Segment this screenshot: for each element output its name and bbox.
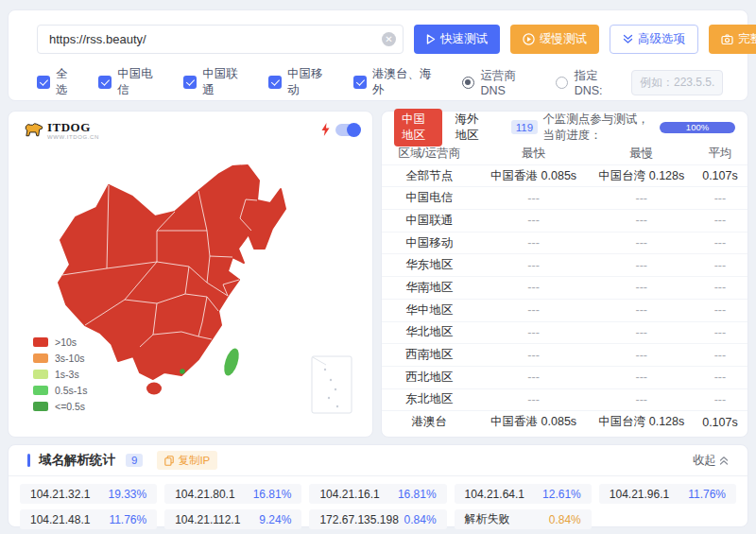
cell-fastest: --- — [477, 326, 591, 339]
ip-percent: 16.81% — [398, 488, 437, 501]
hainan-shape[interactable] — [146, 383, 162, 395]
isp-checkbox[interactable]: 中国电信 — [98, 66, 163, 98]
advanced-options-button[interactable]: 高级选项 — [610, 25, 698, 54]
ip-item[interactable]: 104.21.16.1 16.81% — [309, 484, 446, 504]
table-header-row: 区域/运营商 最快 最慢 平均 — [382, 143, 747, 164]
collapse-button[interactable]: 收起 — [693, 453, 729, 469]
cell-slowest: --- — [591, 259, 693, 272]
ip-item[interactable]: 104.21.112.1 9.24% — [164, 509, 301, 529]
legend-item: <=0.5s — [33, 401, 87, 412]
legend-swatch — [33, 353, 48, 363]
ip-percent: 0.84% — [549, 513, 581, 526]
table-row[interactable]: 华南地区 --- --- --- — [382, 276, 747, 299]
legend-item: 0.5s-1s — [33, 385, 87, 396]
hongkong-dot[interactable] — [180, 369, 185, 374]
dog-icon — [24, 122, 43, 139]
ip-percent: 9.24% — [259, 513, 291, 526]
isp-checkbox[interactable]: 全选 — [37, 66, 78, 98]
tab-china-region[interactable]: 中国地区 — [394, 109, 442, 146]
isp-checkbox[interactable]: 中国联通 — [183, 66, 249, 98]
ip-address: 104.21.112.1 — [175, 513, 240, 526]
cell-slowest: 中国台湾 0.128s — [591, 414, 693, 430]
table-row[interactable]: 中国联通 --- --- --- — [382, 209, 747, 232]
cell-average: --- — [693, 192, 747, 205]
map-toggle-switch[interactable] — [335, 124, 360, 136]
results-header: 中国地区 海外地区 119 个监测点参与测试，当前进度： 100% — [382, 112, 747, 143]
checkbox-label: 中国联通 — [202, 66, 249, 98]
cell-fastest: --- — [477, 214, 591, 227]
fast-test-button[interactable]: 快速测试 — [414, 25, 500, 54]
ip-item[interactable]: 104.21.80.1 16.81% — [164, 484, 301, 504]
legend-label: <=0.5s — [55, 401, 85, 412]
cell-average: --- — [693, 281, 747, 294]
cell-region: 西北地区 — [382, 370, 477, 386]
dns-stats-header: 域名解析统计 9 复制IP 收起 — [9, 445, 747, 476]
operator-dns-radio[interactable] — [462, 77, 474, 89]
cell-region: 西南地区 — [382, 347, 477, 363]
url-input[interactable] — [37, 25, 404, 54]
url-row: ✕ 快速测试 缓慢测试 高级选项 完整截图 — [9, 10, 747, 54]
full-screenshot-button[interactable]: 完整截图 — [709, 25, 756, 54]
cell-slowest: 中国台湾 0.128s — [591, 168, 693, 184]
legend-label: 0.5s-1s — [55, 385, 87, 396]
cell-slowest: --- — [591, 303, 693, 317]
cell-slowest: --- — [591, 192, 693, 205]
table-row[interactable]: 华北地区 --- --- --- — [382, 321, 747, 344]
clear-url-icon[interactable]: ✕ — [382, 32, 396, 46]
tab-overseas-region[interactable]: 海外地区 — [455, 112, 488, 144]
legend-label: 3s-10s — [55, 353, 85, 364]
ip-percent: 11.76% — [109, 513, 146, 526]
checkbox-checked-icon — [353, 76, 367, 89]
cell-fastest: 中国香港 0.085s — [477, 414, 591, 430]
checkbox-checked-icon — [183, 76, 197, 89]
ip-item[interactable]: 104.21.32.1 19.33% — [20, 484, 157, 504]
play-circle-icon — [523, 33, 535, 45]
table-row[interactable]: 中国移动 --- --- --- — [382, 232, 747, 254]
cell-region: 华中地区 — [382, 302, 477, 319]
taiwan-shape[interactable] — [221, 347, 242, 378]
dns-stats-card: 域名解析统计 9 复制IP 收起 104.21.32.1 19.33% 104.… — [8, 444, 748, 527]
cell-fastest: --- — [477, 281, 591, 294]
cell-fastest: --- — [477, 349, 591, 362]
table-row[interactable]: 东北地区 --- --- --- — [382, 388, 747, 411]
slow-test-button[interactable]: 缓慢测试 — [510, 25, 599, 54]
table-row[interactable]: 全部节点 中国香港 0.085s 中国台湾 0.128s 0.107s — [382, 164, 747, 187]
table-row[interactable]: 港澳台 中国香港 0.085s 中国台湾 0.128s 0.107s — [382, 410, 747, 433]
cell-slowest: --- — [591, 236, 693, 250]
ip-item[interactable]: 104.21.64.1 12.61% — [455, 484, 592, 504]
isp-checkbox[interactable]: 港澳台、海外 — [353, 66, 442, 98]
table-row[interactable]: 西北地区 --- --- --- — [382, 366, 747, 388]
cell-region: 华南地区 — [382, 280, 477, 296]
table-row[interactable]: 中国电信 --- --- --- — [382, 186, 747, 209]
checkbox-label: 中国电信 — [117, 66, 163, 98]
cell-average: --- — [693, 214, 747, 227]
legend-swatch — [33, 370, 48, 379]
custom-dns-radio[interactable] — [556, 77, 568, 89]
cell-average: --- — [693, 326, 747, 339]
copy-ip-button[interactable]: 复制IP — [157, 451, 217, 470]
cell-region: 港澳台 — [382, 414, 477, 430]
cell-average: --- — [693, 349, 747, 362]
progress-bar: 100% — [660, 122, 735, 133]
table-row[interactable]: 华中地区 --- --- --- — [382, 299, 747, 321]
ip-item[interactable]: 104.21.48.1 11.76% — [20, 509, 157, 529]
map-legend: >10s 3s-10s 1s-3s 0.5s-1s <=0.5s — [33, 332, 87, 412]
col-slowest: 最慢 — [591, 146, 693, 162]
custom-dns-input[interactable] — [631, 70, 723, 95]
ip-percent: 0.84% — [404, 513, 437, 526]
ip-item[interactable]: 解析失败 0.84% — [455, 509, 592, 529]
legend-swatch — [33, 337, 48, 347]
double-chevron-down-icon — [623, 34, 633, 44]
cell-fastest: 中国香港 0.085s — [477, 168, 591, 184]
table-row[interactable]: 华东地区 --- --- --- — [382, 253, 747, 276]
cell-region: 华东地区 — [382, 257, 477, 273]
dns-stats-title: 域名解析统计 — [39, 452, 115, 469]
cell-slowest: --- — [591, 370, 693, 384]
play-icon — [426, 34, 436, 44]
table-row[interactable]: 西南地区 --- --- --- — [382, 343, 747, 366]
ip-address: 104.21.96.1 — [610, 488, 669, 501]
isp-checkbox[interactable]: 中国移动 — [268, 66, 334, 98]
ip-item[interactable]: 172.67.135.198 0.84% — [309, 509, 446, 529]
cell-slowest: --- — [591, 326, 693, 339]
ip-item[interactable]: 104.21.96.1 11.76% — [599, 484, 736, 504]
